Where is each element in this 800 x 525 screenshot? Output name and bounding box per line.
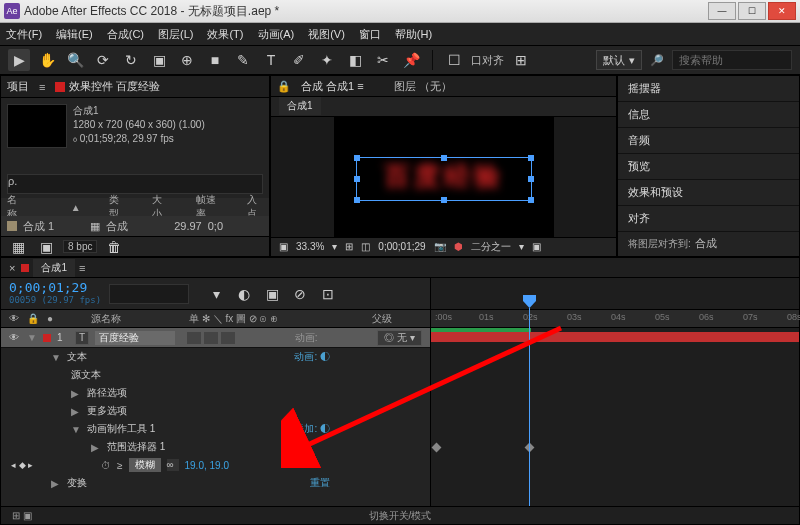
brush-tool-icon[interactable]: ✐ [288, 49, 310, 71]
menu-help[interactable]: 帮助(H) [395, 27, 432, 42]
timeline-search-input[interactable] [109, 284, 189, 304]
layer-tab-none[interactable]: 图层 （无） [394, 79, 452, 94]
panel-effects-presets[interactable]: 效果和预设 [618, 180, 799, 206]
menu-effect[interactable]: 效果(T) [207, 27, 243, 42]
menu-composition[interactable]: 合成(C) [107, 27, 144, 42]
grid-icon[interactable]: ⊞ [345, 241, 353, 252]
parent-dropdown[interactable]: ◎ 无 ▾ [377, 330, 422, 346]
panel-align[interactable]: 对齐 [618, 206, 799, 232]
snap-toggle[interactable]: ☐ [443, 49, 465, 71]
col-source-name[interactable]: 源名称 [91, 312, 121, 326]
tab-project[interactable]: 项目 [7, 79, 29, 94]
camera-tool-icon[interactable]: ▣ [148, 49, 170, 71]
menu-layer[interactable]: 图层(L) [158, 27, 193, 42]
prop-value[interactable]: 19.0, 19.0 [185, 460, 229, 471]
twirl-text[interactable]: ▼文本 动画: ◐ [1, 348, 430, 366]
project-search-input[interactable]: ρ. [7, 174, 263, 194]
pen-tool-icon[interactable]: ✎ [232, 49, 254, 71]
workspace-dropdown[interactable]: 默认 ▾ [596, 50, 642, 70]
layer-bar[interactable] [431, 332, 799, 342]
selection-bounding-box[interactable] [356, 157, 532, 201]
region-icon[interactable]: ▣ [532, 241, 541, 252]
snapshot-icon[interactable]: 📷 [434, 241, 446, 252]
menu-view[interactable]: 视图(V) [308, 27, 345, 42]
panel-info[interactable]: 信息 [618, 102, 799, 128]
composition-viewer[interactable]: 百度经验 [271, 117, 616, 237]
tl-icon-3[interactable]: ▣ [261, 283, 283, 305]
tl-icon-5[interactable]: ⊡ [317, 283, 339, 305]
prop-blur[interactable]: ◂ ◆ ▸ ⏱ ≥ 模糊 ∞ 19.0, 19.0 [1, 456, 430, 474]
viewer-timecode[interactable]: 0;00;01;29 [378, 241, 425, 252]
reset-link[interactable]: 重置 [310, 476, 330, 490]
puppet-tool-icon[interactable]: 📌 [400, 49, 422, 71]
close-tab-icon[interactable]: × [9, 262, 15, 274]
keyframe-start[interactable] [432, 443, 442, 453]
tab-effect-controls[interactable]: 效果控件 百度经验 [55, 79, 160, 94]
twirl-transform[interactable]: ▶变换 重置 [1, 474, 430, 492]
keyframe-nav[interactable]: ◂ ◆ ▸ [11, 460, 95, 470]
eraser-tool-icon[interactable]: ◧ [344, 49, 366, 71]
help-search-input[interactable] [672, 50, 792, 70]
time-ruler[interactable]: :00s 01s 02s 03s 04s 05s 06s 07s 08s [431, 310, 799, 328]
playhead-handle-icon[interactable] [523, 295, 536, 308]
menu-animation[interactable]: 动画(A) [258, 27, 295, 42]
menu-window[interactable]: 窗口 [359, 27, 381, 42]
shape-tool-icon[interactable]: ■ [204, 49, 226, 71]
tab-composition-viewer[interactable]: 合成 合成1 ≡ [301, 79, 364, 94]
color-icon[interactable]: ⬢ [454, 241, 463, 252]
stopwatch-icon[interactable]: ⏱ [101, 460, 111, 471]
menu-edit[interactable]: 编辑(E) [56, 27, 93, 42]
interpret-icon[interactable]: ▦ [7, 236, 29, 258]
snapping-options-icon[interactable]: ⊞ [510, 49, 532, 71]
twirl-more-options[interactable]: ▶更多选项 [1, 402, 430, 420]
col-eye-icon[interactable]: 👁 [9, 313, 19, 324]
toggle-switches-button[interactable]: 切换开关/模式 [369, 509, 432, 523]
comp-name[interactable]: 合成1 [73, 104, 205, 118]
project-row-comp1[interactable]: 合成 1 ▦ 合成 29.97 0;0 [1, 216, 269, 236]
menu-file[interactable]: 文件(F) [6, 27, 42, 42]
footer-icon-1[interactable]: ⊞ ▣ [12, 510, 32, 521]
panel-audio[interactable]: 音频 [618, 128, 799, 154]
hand-tool-icon[interactable]: ✋ [36, 49, 58, 71]
animate-button[interactable]: 动画: ◐ [294, 350, 330, 364]
twirl-icon[interactable]: ▼ [27, 332, 37, 343]
tl-icon-2[interactable]: ◐ [233, 283, 255, 305]
channels-icon[interactable]: ◫ [361, 241, 370, 252]
bit-depth[interactable]: 8 bpc [63, 240, 97, 253]
prop-source-text[interactable]: 源文本 [1, 366, 430, 384]
selection-tool-icon[interactable]: ▶ [8, 49, 30, 71]
zoom-tool-icon[interactable]: 🔍 [64, 49, 86, 71]
orbit-tool-icon[interactable]: ⟳ [92, 49, 114, 71]
zoom-level[interactable]: 33.3% [296, 241, 324, 252]
add-button[interactable]: 添加: ◐ [294, 422, 330, 436]
current-timecode[interactable]: 0;00;01;29 [9, 282, 101, 294]
timeline-tracks[interactable]: :00s 01s 02s 03s 04s 05s 06s 07s 08s [431, 278, 799, 506]
comp-sub-tab[interactable]: 合成1 [279, 97, 321, 115]
close-button[interactable]: ✕ [768, 2, 796, 20]
layer-name[interactable]: 百度经验 [95, 331, 175, 345]
lock-icon[interactable]: 🔒 [277, 80, 291, 93]
viewer-mask-icon[interactable]: ▣ [279, 241, 288, 252]
tl-icon-4[interactable]: ⊘ [289, 283, 311, 305]
roto-tool-icon[interactable]: ✂ [372, 49, 394, 71]
twirl-path-options[interactable]: ▶路径选项 [1, 384, 430, 402]
twirl-animator-1[interactable]: ▼动画制作工具 1 添加: ◐ [1, 420, 430, 438]
type-tool-icon[interactable]: T [260, 49, 282, 71]
folder-icon[interactable]: ▣ [35, 236, 57, 258]
tl-icon-1[interactable]: ▾ [205, 283, 227, 305]
rotate-tool-icon[interactable]: ↻ [120, 49, 142, 71]
link-icon[interactable]: ∞ [167, 459, 179, 471]
twirl-range-selector[interactable]: ▶范围选择器 1 [1, 438, 430, 456]
panel-preview[interactable]: 预览 [618, 154, 799, 180]
layer-color-chip[interactable] [43, 334, 51, 342]
timeline-tab-comp1[interactable]: 合成1 [33, 259, 75, 277]
composition-thumbnail[interactable] [7, 104, 67, 148]
eye-icon[interactable]: 👁 [9, 332, 21, 343]
align-to-value[interactable]: 合成 [695, 236, 717, 251]
delete-icon[interactable]: 🗑 [103, 236, 125, 258]
playhead[interactable] [529, 308, 530, 506]
panel-wiggler[interactable]: 摇摆器 [618, 76, 799, 102]
search-icon[interactable]: 🔎 [650, 54, 664, 67]
minimize-button[interactable]: — [708, 2, 736, 20]
col-parent[interactable]: 父级 [372, 312, 392, 326]
